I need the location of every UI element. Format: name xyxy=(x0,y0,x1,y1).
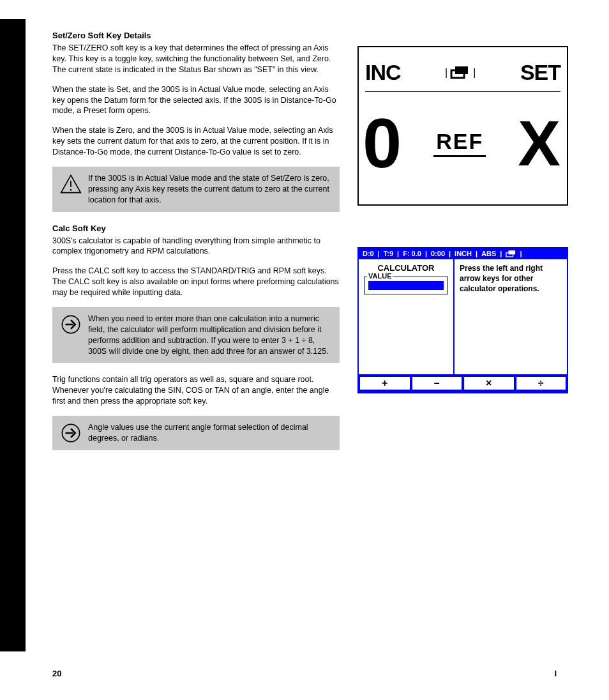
axis-x: X xyxy=(518,111,560,175)
heading-setzero: Set/Zero Soft Key Details xyxy=(52,31,340,40)
svg-point-2 xyxy=(70,189,72,191)
ref-label: REF xyxy=(433,129,486,157)
hint-text: Press the left and right arrow keys for … xyxy=(460,263,562,294)
section-side-title: I - 2 General Operations for 300S xyxy=(5,39,23,287)
para: 300S's calculator is capable of handling… xyxy=(52,236,340,257)
para: The SET/ZERO soft key is a key that dete… xyxy=(52,43,340,75)
status-f: F: 0.0 xyxy=(403,250,421,257)
softkey-divide[interactable]: ÷ xyxy=(516,377,566,390)
para: Trig functions contain all trig operator… xyxy=(52,374,340,407)
softkey-minus[interactable]: – xyxy=(412,377,462,390)
para: Press the CALC soft key to access the ST… xyxy=(52,266,340,298)
datum-icon: | | xyxy=(445,65,476,80)
status-mode: ABS xyxy=(481,250,496,257)
callout-text: Angle values use the current angle forma… xyxy=(88,422,332,444)
datum-icon xyxy=(506,250,516,257)
part-number: I xyxy=(554,669,557,678)
value-legend: VALUE xyxy=(367,272,393,280)
status-unit: INCH xyxy=(455,250,472,257)
softkey-plus[interactable]: + xyxy=(360,377,410,390)
status-bar: D:0| T:9| F: 0.0| 0:00| INCH| ABS | | xyxy=(359,248,567,259)
calculator-screen-figure: D:0| T:9| F: 0.0| 0:00| INCH| ABS | | CA… xyxy=(357,247,568,393)
value-zero: 0 xyxy=(363,108,402,178)
value-input[interactable] xyxy=(368,281,444,290)
callout-text: When you need to enter more than one cal… xyxy=(88,314,332,357)
info-callout: When you need to enter more than one cal… xyxy=(52,307,340,363)
info-callout: Angle values use the current angle forma… xyxy=(52,416,340,450)
warning-callout: If the 300S is in Actual Value mode and … xyxy=(52,167,340,212)
callout-text: If the 300S is in Actual Value mode and … xyxy=(88,173,332,206)
softkey-row: + – × ÷ xyxy=(359,374,567,392)
value-fieldset: VALUE xyxy=(364,277,448,294)
status-d: D:0 xyxy=(363,250,374,257)
status-t: T:9 xyxy=(384,250,393,257)
mode-inc: INC xyxy=(365,60,401,85)
arrow-icon xyxy=(60,314,82,335)
status-time: 0:00 xyxy=(431,250,445,257)
page-number: 20 xyxy=(52,669,61,678)
heading-calc: Calc Soft Key xyxy=(52,224,340,233)
arrow-icon xyxy=(60,422,82,444)
softkey-multiply[interactable]: × xyxy=(464,377,514,390)
warning-icon xyxy=(60,173,82,195)
para: When the state is Zero, and the 300S is … xyxy=(52,125,340,158)
mode-set: SET xyxy=(520,60,560,85)
para: When the state is Set, and the 300S is i… xyxy=(52,84,340,117)
calc-title: CALCULATOR xyxy=(364,263,448,273)
dro-display-figure: INC | | SET 0 REF X xyxy=(357,46,568,206)
